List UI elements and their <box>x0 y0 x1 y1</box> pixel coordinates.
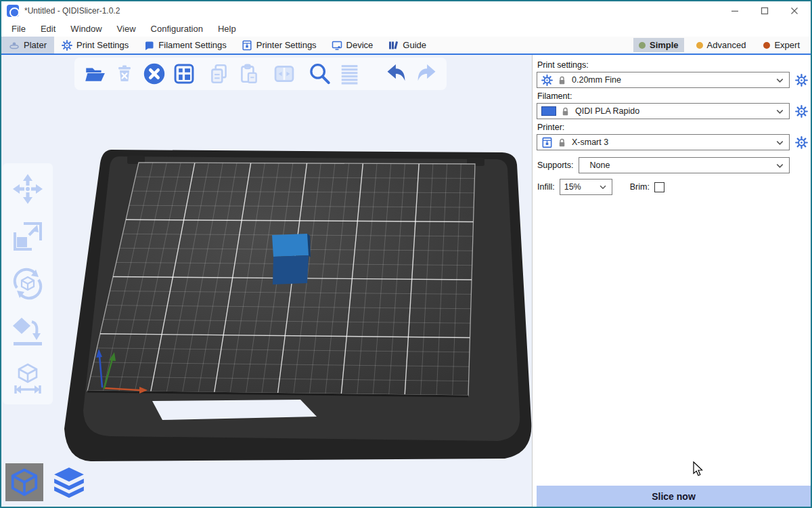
menu-file[interactable]: File <box>4 22 33 35</box>
redo-button[interactable] <box>411 60 441 87</box>
undo-icon <box>384 62 409 86</box>
menu-configuration[interactable]: Configuration <box>143 22 210 35</box>
tab-guide[interactable]: Guide <box>380 37 434 54</box>
window-title: *Untitled - QIDISlicer-1.0.2 <box>24 6 120 16</box>
brim-checkbox[interactable] <box>654 182 664 192</box>
paste-button[interactable] <box>234 60 264 87</box>
mode-advanced[interactable]: Advanced <box>691 38 752 52</box>
filament-label: Filament: <box>537 91 811 101</box>
menu-window[interactable]: Window <box>63 22 109 35</box>
rotate-icon <box>12 268 44 300</box>
plater-icon <box>9 40 20 51</box>
lock-icon <box>560 106 570 117</box>
chevron-down-icon <box>598 182 608 192</box>
arrange-button[interactable] <box>169 60 199 87</box>
advanced-dot-icon <box>696 42 703 49</box>
split-view-icon <box>272 62 296 86</box>
undo-button[interactable] <box>382 60 411 87</box>
supports-label: Supports: <box>537 161 574 170</box>
filament-gear-button[interactable] <box>793 103 809 119</box>
filament-select[interactable]: QIDI PLA Rapido <box>537 103 790 119</box>
minimize-button[interactable] <box>729 5 740 16</box>
print-settings-select[interactable]: 0.20mm Fine <box>537 72 790 88</box>
move-icon <box>12 173 44 205</box>
split-view-button[interactable] <box>269 60 299 87</box>
search-button[interactable] <box>304 60 334 87</box>
slice-now-button[interactable]: Slice now <box>537 486 811 507</box>
layers-stack-icon <box>52 465 86 499</box>
tab-label: Printer Settings <box>256 40 317 50</box>
tab-plater[interactable]: Plater <box>1 37 54 54</box>
place-on-face-tool-button[interactable] <box>10 314 45 349</box>
printer-select[interactable]: X-smart 3 <box>537 134 790 150</box>
print-settings-gear-button[interactable] <box>793 72 809 88</box>
filament-color-swatch <box>541 106 556 116</box>
scale-icon <box>12 220 44 253</box>
maximize-button[interactable] <box>759 5 770 16</box>
close-button[interactable] <box>789 5 800 16</box>
trash-icon <box>114 63 135 85</box>
guide-icon <box>388 40 399 51</box>
layer-list-button[interactable] <box>334 60 364 87</box>
menu-help[interactable]: Help <box>210 22 244 35</box>
preview-layers-view-button[interactable] <box>50 463 88 501</box>
printer-gear-button[interactable] <box>793 134 809 150</box>
printer-handle-cutout <box>152 400 317 420</box>
printer-icon <box>541 137 553 148</box>
menu-edit[interactable]: Edit <box>33 22 63 35</box>
app-window: *Untitled - QIDISlicer-1.0.2 File Edit W… <box>0 0 812 508</box>
place-on-face-icon <box>12 315 44 347</box>
tab-filament-settings[interactable]: Filament Settings <box>136 37 233 54</box>
device-icon <box>332 40 342 51</box>
mouse-cursor <box>692 461 704 478</box>
mode-simple[interactable]: Simple <box>633 38 684 52</box>
view-mode-toolbar <box>5 463 88 501</box>
infill-label: Infill: <box>537 182 555 192</box>
layer-list-icon <box>337 62 361 86</box>
filament-icon <box>143 40 154 51</box>
app-logo-icon <box>7 5 19 17</box>
scale-tool-button[interactable] <box>10 219 45 254</box>
copy-icon <box>208 62 231 85</box>
brim-label: Brim: <box>630 182 650 192</box>
measure-icon <box>12 362 44 395</box>
transform-toolbar <box>3 163 53 404</box>
menu-view[interactable]: View <box>110 22 143 35</box>
expert-dot-icon <box>763 42 770 49</box>
printer-label: Printer: <box>537 123 811 132</box>
3d-scene[interactable] <box>1 55 532 507</box>
open-button[interactable] <box>80 60 110 87</box>
mode-expert[interactable]: Expert <box>758 38 805 52</box>
paste-icon <box>238 62 261 85</box>
mode-selector: Simple Advanced Expert <box>633 37 811 54</box>
menu-bar: File Edit Window View Configuration Help <box>1 20 811 37</box>
3d-view-cube-icon <box>9 467 40 498</box>
tab-printer-settings[interactable]: Printer Settings <box>234 37 324 54</box>
move-tool-button[interactable] <box>10 171 45 207</box>
delete-button[interactable] <box>110 60 139 87</box>
tab-label: Device <box>346 40 374 50</box>
gear-icon <box>795 136 808 149</box>
tab-label: Guide <box>403 40 426 50</box>
search-icon <box>307 61 332 87</box>
model-cube[interactable] <box>272 234 311 284</box>
rotate-tool-button[interactable] <box>10 266 45 301</box>
print-settings-label: Print settings: <box>537 60 811 70</box>
3d-editor-view-button[interactable] <box>5 463 43 501</box>
tab-device[interactable]: Device <box>324 37 381 54</box>
copy-button[interactable] <box>204 60 234 87</box>
supports-select[interactable]: None <box>579 157 790 173</box>
chevron-down-icon <box>775 75 785 85</box>
gear-icon <box>62 40 72 51</box>
printer-model <box>64 150 531 461</box>
delete-all-button[interactable] <box>139 60 169 87</box>
infill-select[interactable]: 15% <box>560 179 612 195</box>
chevron-down-icon <box>775 137 785 148</box>
tab-label: Filament Settings <box>158 40 226 50</box>
measure-tool-button[interactable] <box>10 361 45 396</box>
tab-print-settings[interactable]: Print Settings <box>54 37 136 54</box>
delete-all-icon <box>142 62 166 86</box>
settings-sidebar: Print settings: 0.20mm Fine Filament: QI… <box>532 55 811 507</box>
open-folder-icon <box>83 62 106 85</box>
3d-viewport[interactable] <box>1 55 532 507</box>
